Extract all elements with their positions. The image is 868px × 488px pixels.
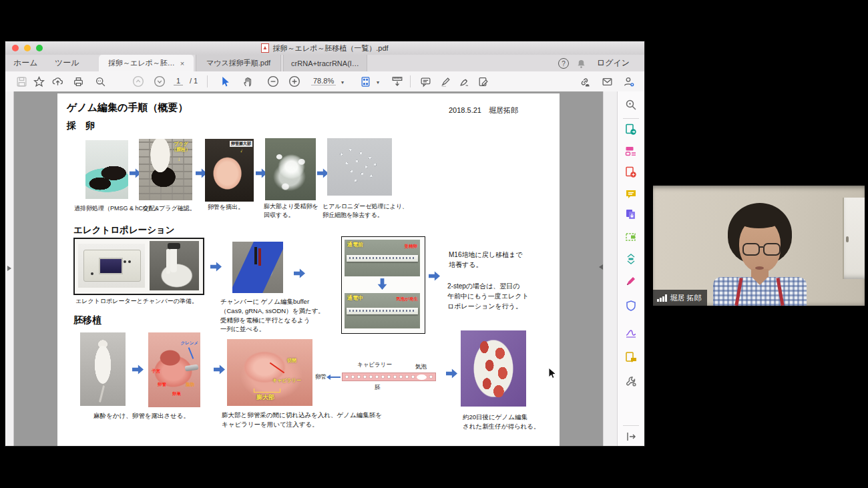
acrobat-window: 採卵～エレポ～胚移植（一覧）.pdf ホーム ツール 採卵～エレポ～胚… × マ… (5, 41, 644, 446)
page-display-icon[interactable] (391, 75, 403, 87)
expand-tools-pane-icon[interactable] (625, 431, 637, 443)
photo-label: 通電前 (347, 242, 363, 248)
print-icon[interactable] (72, 75, 84, 87)
protect-pdf-icon[interactable] (625, 300, 637, 312)
signal-strength-icon (657, 294, 667, 302)
tab-document-2[interactable]: マウス採卵手順.pdf (196, 55, 281, 71)
document-view: ゲノム編集の手順（概要） 2018.5.21 堀居拓郎 採 卵 プラグ （膣栓）… (5, 91, 644, 446)
pdf-page: ゲノム編集の手順（概要） 2018.5.21 堀居拓郎 採 卵 プラグ （膣栓）… (57, 93, 560, 446)
cloud-upload-icon[interactable] (51, 75, 63, 87)
compress-pdf-icon[interactable] (625, 253, 637, 265)
section-heading-transfer: 胚移植 (73, 314, 101, 326)
toolbar-divider (410, 75, 411, 87)
export-pdf-icon[interactable] (625, 124, 637, 136)
marquee-zoom-icon[interactable] (625, 99, 637, 111)
add-account-icon[interactable] (622, 75, 634, 87)
label-arrow-icon: ↓ (178, 156, 180, 162)
participant-name-tag: 堀居 拓郎 (653, 290, 707, 306)
tab-active-document[interactable]: 採卵～エレポ～胚… × (99, 55, 194, 71)
save-icon[interactable] (15, 75, 27, 87)
speaker-mouth (755, 266, 764, 270)
photo-oviduct-excised: 卵管膨大部 ↓ (205, 139, 254, 202)
expand-left-panel-icon[interactable] (7, 266, 11, 271)
photo-label: 切開 (287, 358, 296, 363)
login-button[interactable]: ログイン (597, 55, 630, 71)
flow-arrow-down-icon (377, 278, 387, 290)
capillary-diagram: キャピラリー 気泡 卵管 胚 (315, 360, 449, 394)
photo-plug-check: プラグ （膣栓） ↓ (139, 139, 192, 200)
photo-newborn-pups (461, 330, 526, 407)
photo-label: クレンメ (180, 340, 198, 346)
comment-icon[interactable] (625, 188, 637, 200)
page-number-input[interactable]: 1 (174, 77, 183, 85)
zoom-dropdown-caret-icon[interactable]: ▾ (341, 79, 344, 85)
figure-electroporator-box (73, 238, 204, 295)
help-icon[interactable]: ? (558, 58, 569, 69)
previous-page-icon[interactable] (132, 75, 144, 87)
comment-tool-icon[interactable] (419, 75, 431, 87)
note-culture: M16培地に戻し移植まで 培養する。 (449, 250, 522, 270)
request-signatures-icon[interactable] (625, 351, 637, 363)
main-toolbar: 1 / 1 78.8% ▾ ▾ (5, 71, 644, 92)
photo-label: プラグ （膣栓） (172, 142, 190, 153)
share-link-icon[interactable] (578, 75, 590, 87)
photo-label: キャピラリー (272, 378, 301, 383)
sidebar-divider (623, 425, 639, 426)
select-tool-icon[interactable] (219, 75, 231, 87)
next-page-icon[interactable] (154, 75, 166, 87)
email-icon[interactable] (601, 75, 613, 87)
organize-pages-icon[interactable] (625, 145, 637, 157)
photo-label: 子宮 (152, 369, 160, 375)
tab-document-3[interactable]: crRNA+tracrRNA(I… (283, 55, 367, 71)
edit-pdf-icon[interactable] (625, 231, 637, 243)
background-cabinet (843, 198, 865, 279)
star-favorite-icon[interactable] (33, 75, 45, 87)
photo-exposed-oviduct: クレンメ 子宮 卵管 卵巣 脂肪 (148, 332, 200, 407)
left-panel-strip[interactable] (5, 91, 14, 446)
tools-sidebar (618, 91, 644, 446)
vertical-scrollbar[interactable] (603, 91, 618, 446)
diagram-arrow-icon (330, 377, 341, 378)
menu-home[interactable]: ホーム (7, 55, 45, 71)
webcam-video-tile: 堀居 拓郎 (653, 186, 865, 306)
fit-page-icon[interactable] (359, 75, 371, 87)
zoom-in-icon[interactable] (288, 75, 300, 87)
notifications-bell-icon[interactable] (575, 57, 587, 69)
step-caption: 膨大部より受精卵を 回収する。 (264, 202, 318, 219)
tab-bar: ホーム ツール 採卵～エレポ～胚… × マウス採卵手順.pdf crRNA+tr… (5, 55, 644, 72)
doc-date-author: 2018.5.21 堀居拓郎 (449, 105, 518, 115)
photo-label: 膨大部 (256, 394, 274, 401)
photo-ampulla-incision: 切開 キャピラリー 膨大部 (227, 339, 312, 406)
photo-anesthetized-mouse (80, 332, 126, 406)
close-tab-icon[interactable]: × (180, 59, 184, 67)
more-tools-icon[interactable] (625, 375, 637, 387)
stamp-tool-icon[interactable] (477, 75, 489, 87)
flow-arrow-icon (214, 364, 225, 375)
certificates-icon[interactable] (625, 326, 637, 338)
shared-screen: 採卵～エレポ～胚移植（一覧）.pdf ホーム ツール 採卵～エレポ～胚… × マ… (0, 0, 868, 488)
diagram-label-bubble: 気泡 (415, 363, 427, 371)
search-icon[interactable] (94, 75, 106, 87)
menu-tools[interactable]: ツール (48, 55, 86, 71)
fit-dropdown-caret-icon[interactable]: ▾ (377, 79, 379, 85)
note-2step: 2-stepの場合は、翌日の 午前中にもう一度エレクト ロポレーションを行う。 (447, 281, 529, 311)
combine-files-icon[interactable] (625, 208, 637, 220)
photo-denuded-eggs (327, 138, 392, 196)
section-heading-electroporation: エレクトロポレーション (73, 224, 175, 236)
hand-tool-icon[interactable] (242, 75, 254, 87)
fill-sign-icon[interactable] (625, 275, 637, 287)
figure-current-before-after: 通電前 受精卵 通電中 気泡が発生 (341, 236, 425, 334)
photo-chamber-buffer (232, 242, 283, 293)
section-heading-collection: 採 卵 (67, 120, 95, 132)
zoom-out-icon[interactable] (267, 75, 279, 87)
diagram-label-embryo: 胚 (375, 384, 381, 392)
flow-arrow-icon (210, 262, 222, 272)
fill-sign-tool-icon[interactable] (458, 75, 470, 87)
zoom-level-value[interactable]: 78.8% (311, 77, 336, 85)
create-pdf-icon[interactable] (625, 166, 637, 178)
highlight-tool-icon[interactable] (439, 75, 451, 87)
label-arrow-icon: ↓ (240, 148, 244, 154)
diagram-air-bubble (417, 375, 427, 380)
photo-label: 通電中 (347, 295, 363, 302)
mouse-cursor-icon (548, 367, 557, 380)
